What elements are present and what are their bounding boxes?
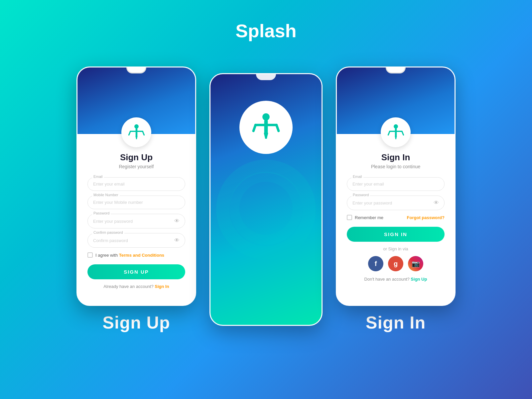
- signup-confirm-placeholder: Confirm password: [93, 238, 174, 243]
- splash-label: Splash: [235, 20, 297, 42]
- signup-confirm-group: Confirm password Confirm password 👁: [87, 233, 185, 248]
- signin-instagram-button[interactable]: 📷: [408, 256, 423, 271]
- signup-bottom-link: Already have an account? Sign In: [103, 284, 169, 289]
- signup-title: Sign Up: [120, 152, 153, 163]
- svg-line-4: [142, 131, 144, 135]
- signin-social-buttons: f g 📷: [368, 256, 423, 271]
- splash-logo-circle: [239, 101, 293, 154]
- signup-password-placeholder: Enter your password: [93, 219, 174, 224]
- signup-screen-wrapper: Sign Up Register yourself Email Enter yo…: [76, 66, 196, 332]
- signin-password-group: Password Enter your password 👁: [347, 196, 445, 210]
- signup-email-group: Email Enter your email: [87, 177, 185, 191]
- signup-email-label: Email: [92, 175, 104, 179]
- signin-signup-link[interactable]: Sign Up: [411, 277, 427, 282]
- signup-terms-link[interactable]: Terms and Conditions: [119, 253, 164, 258]
- google-icon: g: [394, 260, 398, 268]
- signin-email-group: Email Enter your email: [347, 177, 445, 191]
- signin-button[interactable]: SIGN IN: [347, 227, 445, 242]
- signin-title: Sign In: [381, 152, 410, 163]
- signin-password-input[interactable]: Enter your password 👁: [347, 196, 445, 210]
- signin-screen-wrapper: Sign In Please login to continue Email E…: [336, 66, 456, 332]
- signin-or-divider: or Sign in via: [383, 246, 408, 251]
- svg-line-8: [253, 125, 255, 131]
- signup-phone-notch: [126, 67, 146, 73]
- signup-mobile-input[interactable]: Enter your Mobile number: [87, 196, 185, 209]
- signup-body: Sign Up Register yourself Email Enter yo…: [77, 134, 195, 305]
- signup-terms-checkbox[interactable]: [87, 252, 93, 258]
- signin-email-placeholder: Enter your email: [352, 182, 439, 187]
- signin-password-eye-icon[interactable]: 👁: [434, 200, 439, 206]
- signup-terms-label: I agree with Terms and Conditions: [95, 253, 164, 258]
- signin-forgot-link[interactable]: Forgot password?: [407, 215, 445, 220]
- splash-screen-wrapper: Splash: [209, 73, 323, 326]
- signin-subtitle: Please login to continue: [371, 164, 421, 169]
- svg-line-13: [388, 131, 390, 135]
- signin-phone-frame: Sign In Please login to continue Email E…: [336, 66, 456, 306]
- svg-line-9: [277, 125, 279, 131]
- signup-email-placeholder: Enter your email: [93, 182, 180, 187]
- svg-line-14: [402, 131, 403, 135]
- instagram-icon: 📷: [412, 260, 420, 268]
- signin-password-label: Password: [351, 193, 370, 197]
- signup-terms-row: I agree with Terms and Conditions: [87, 252, 185, 258]
- splash-phone-notch: [256, 74, 276, 80]
- signup-password-input[interactable]: Enter your password 👁: [87, 214, 185, 228]
- signup-mobile-label: Mobile Number: [92, 193, 120, 197]
- signup-header: [77, 67, 195, 134]
- svg-rect-6: [264, 119, 268, 134]
- screens-container: Sign Up Register yourself Email Enter yo…: [0, 53, 532, 346]
- signup-phone-frame: Sign Up Register yourself Email Enter yo…: [76, 66, 196, 306]
- signin-medical-icon: [387, 123, 405, 142]
- svg-line-3: [129, 131, 130, 135]
- signup-subtitle: Register yourself: [119, 164, 154, 169]
- svg-rect-11: [395, 127, 397, 137]
- signin-remember-row: Remember me Forgot password?: [347, 215, 445, 220]
- signup-password-label: Password: [92, 211, 111, 215]
- signin-phone-notch: [386, 67, 406, 73]
- signin-email-input[interactable]: Enter your email: [347, 177, 445, 191]
- signup-screen-label: Sign Up: [102, 313, 170, 332]
- signin-google-button[interactable]: g: [388, 256, 403, 271]
- splash-phone-frame: [209, 73, 323, 326]
- signup-password-eye-icon[interactable]: 👁: [174, 218, 180, 224]
- signin-remember-left: Remember me: [347, 215, 383, 220]
- signup-password-group: Password Enter your password 👁: [87, 214, 185, 228]
- signin-remember-label: Remember me: [355, 215, 383, 220]
- signup-mobile-group: Mobile Number Enter your Mobile number: [87, 196, 185, 209]
- signup-button[interactable]: SIGN UP: [87, 264, 185, 279]
- signin-password-placeholder: Enter your password: [352, 200, 434, 205]
- signin-header: [337, 67, 455, 134]
- signin-body: Sign In Please login to continue Email E…: [337, 134, 455, 305]
- signup-logo-circle: [121, 117, 151, 147]
- splash-logo-container: [210, 101, 322, 154]
- splash-bg-circle-inner: [229, 172, 303, 245]
- signup-medical-icon: [127, 123, 146, 142]
- facebook-icon: f: [375, 260, 377, 268]
- signup-confirm-eye-icon[interactable]: 👁: [174, 237, 180, 243]
- signup-confirm-label: Confirm password: [92, 230, 124, 234]
- signup-mobile-placeholder: Enter your Mobile number: [93, 200, 180, 205]
- signup-signin-link[interactable]: Sign In: [155, 284, 169, 289]
- signin-bottom-link: Don't have an account? Sign Up: [364, 277, 427, 282]
- signin-remember-checkbox[interactable]: [347, 215, 352, 220]
- signin-screen-label: Sign In: [366, 313, 426, 332]
- signup-confirm-input[interactable]: Confirm password 👁: [87, 233, 185, 248]
- signin-logo-circle: [381, 117, 411, 147]
- signin-facebook-button[interactable]: f: [368, 256, 383, 271]
- signup-email-input[interactable]: Enter your email: [87, 177, 185, 191]
- splash-medical-icon: [251, 112, 281, 142]
- signin-email-label: Email: [351, 175, 363, 179]
- svg-rect-1: [135, 127, 137, 137]
